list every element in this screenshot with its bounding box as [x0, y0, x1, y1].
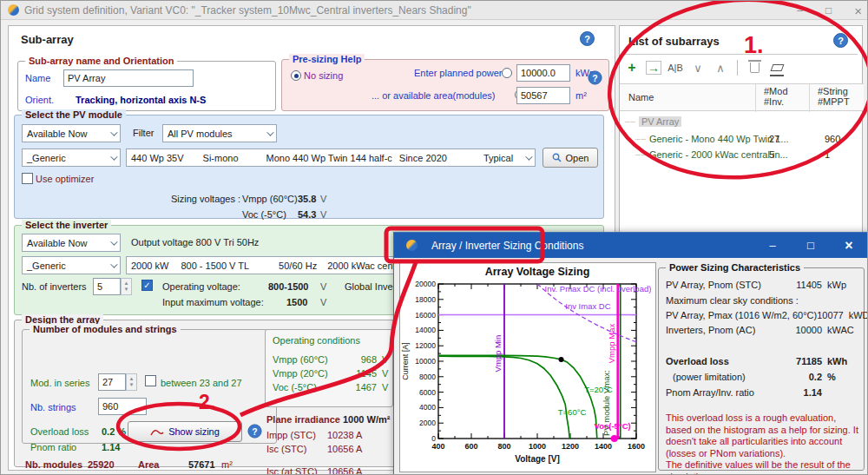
list-heading: List of subarrays [628, 35, 720, 48]
overload-loss-label: Overload loss [30, 426, 89, 437]
nb-strings-label: Nb. strings [30, 402, 76, 412]
table-row[interactable]: ┄┄ PV Array [625, 116, 681, 127]
clear-icon[interactable] [768, 59, 786, 76]
svg-text:Inv Imax DC: Inv Imax DC [565, 301, 610, 311]
output-voltage-label: Output voltage 800 V Tri 50Hz [131, 237, 259, 247]
planned-power-radio[interactable] [502, 68, 512, 78]
subarray-name-input[interactable]: PV Array [63, 69, 194, 87]
inverter-availability-select[interactable]: Available Now [22, 234, 121, 252]
operating-voltage-label: Operating voltage: [162, 281, 240, 292]
open-button[interactable]: Open [542, 148, 598, 168]
planned-power-input[interactable]: 10000.0 [516, 64, 570, 82]
impp-value: 10238 A [327, 430, 362, 440]
add-subarray-icon[interactable]: + [623, 59, 641, 76]
no-sizing-radio[interactable] [291, 70, 301, 81]
rename-icon[interactable]: A|B [667, 59, 684, 76]
inv-pnom-label: Inverters, Pnom (AC) [666, 322, 780, 338]
module-availability-select[interactable]: Available Now [22, 124, 121, 142]
isc-at-value: 10656 A [327, 466, 362, 475]
svg-text:4000: 4000 [419, 403, 436, 412]
orient-label: Orient. [25, 95, 54, 105]
filter-label: Filter [133, 128, 154, 138]
no-sizing-label: No sizing [304, 70, 343, 81]
svg-text:600: 600 [464, 442, 477, 451]
overload-note: This overload loss is a rough evaluation… [666, 412, 858, 459]
svg-text:T=60°C: T=60°C [558, 407, 587, 417]
close-icon[interactable]: × [830, 233, 868, 258]
svg-text:1400: 1400 [595, 442, 612, 451]
vmpp-value: 35.8 [298, 194, 316, 204]
input-max-value: 1500 [286, 297, 307, 307]
inv-pnom-unit: kWAC [822, 322, 858, 338]
close-icon[interactable]: × [854, 3, 862, 18]
minimize-icon[interactable]: – [753, 233, 792, 258]
operating-voltage-unit: V [320, 281, 326, 292]
duplicate-subarray-icon[interactable]: → [646, 61, 661, 75]
area-value: 57671 [188, 459, 215, 470]
auto-checkbox[interactable]: ✓ [141, 280, 153, 291]
orient-value: Tracking, horizontal axis N-S [76, 95, 206, 105]
group-legend: Power Sizing Characteristics [666, 262, 804, 273]
svg-text:400: 400 [431, 442, 444, 451]
help-icon[interactable]: ? [833, 33, 848, 48]
array-voltage-chart: Array Voltage Sizing40060080010001200140… [399, 262, 656, 472]
minimize-icon[interactable]: – [797, 4, 803, 16]
nb-modules-value: 25920 [88, 459, 115, 470]
pnom-stc-unit: kWp [822, 277, 858, 293]
mod-series-input[interactable]: 27 [98, 373, 126, 391]
svg-text:Current [A]: Current [A] [401, 342, 410, 380]
group-legend: Select the PV module [22, 109, 126, 120]
show-sizing-button[interactable]: Show sizing [128, 421, 242, 442]
inverter-manufacturer-select[interactable]: _Generic [22, 256, 121, 274]
planned-power-label: Enter planned power [414, 68, 503, 78]
area-input[interactable]: 50567 [516, 87, 570, 104]
area-unit: m² [221, 459, 233, 470]
popup-titlebar[interactable]: Array / Inverter Sizing Conditions – □ × [394, 233, 868, 258]
svg-text:PV module Vmax:: PV module Vmax: [602, 370, 611, 436]
area-label: Area [138, 459, 159, 470]
move-down-icon[interactable]: ∨ [689, 59, 707, 76]
chevron-down-icon [266, 129, 273, 135]
irradiance-label: Plane irradiance [266, 414, 340, 425]
nb-strings-input[interactable]: 960 [98, 398, 147, 415]
module-model-select[interactable]: 440 Wp 35V Si-mono Mono 440 Wp Twin 144 … [126, 148, 536, 167]
pmax-label: PV Array, Pmax (1016 W/m2, 60°C) [666, 308, 817, 322]
help-icon[interactable]: ? [580, 31, 595, 46]
svg-text:2000: 2000 [419, 419, 436, 427]
between-checkbox[interactable] [145, 375, 156, 386]
use-optimizer-label: Use optimizer [36, 174, 94, 184]
window-title: Grid system definition, Variant VC0: "_T… [24, 4, 471, 16]
use-optimizer-checkbox[interactable] [22, 173, 33, 184]
voc-value: 54.3 [298, 209, 316, 220]
move-up-icon[interactable]: ∧ [712, 59, 729, 76]
row-name: Generic - 2000 kWac central in... [649, 149, 788, 160]
chevron-down-icon [525, 153, 532, 160]
input-max-unit: V [320, 297, 326, 307]
spinner-arrows[interactable]: ▲▼ [121, 278, 132, 295]
vmpp-unit: V [320, 194, 326, 204]
delete-icon[interactable] [746, 59, 763, 76]
isc-label: Isc (STC) [266, 444, 306, 454]
table-row[interactable]: ┄┄ Generic - 2000 kWac central in... 5 1 [635, 149, 788, 160]
svg-text:6000: 6000 [419, 388, 436, 397]
help-icon[interactable]: ? [247, 424, 261, 438]
maximize-icon[interactable]: □ [825, 4, 832, 16]
maximize-icon[interactable]: □ [792, 233, 830, 258]
module-manufacturer-select[interactable]: _Generic [22, 148, 121, 167]
svg-text:1200: 1200 [562, 442, 579, 451]
chevron-down-icon [110, 129, 117, 135]
app-icon [8, 4, 19, 16]
sizing-voltages-label: Sizing voltages : [171, 194, 240, 204]
svg-text:18000: 18000 [415, 295, 436, 304]
design-array-group: Design the array Number of modules and s… [14, 320, 398, 467]
nb-inverters-input[interactable]: 5 [93, 278, 121, 295]
table-row[interactable]: ┄┄ Generic - Mono 440 Wp Twin 1... 27 96… [635, 134, 789, 144]
spinner-arrows[interactable]: ▲▼ [126, 373, 137, 391]
help-icon[interactable]: ? [588, 70, 602, 84]
chevron-down-icon [110, 238, 117, 245]
limitation-value: 0.2 [780, 369, 822, 385]
module-filter-select[interactable]: All PV modules [162, 124, 277, 142]
area-label: ... or available area(modules) [372, 90, 495, 101]
search-icon [552, 153, 562, 162]
simulation-note: The definitive values will be the result… [666, 459, 858, 475]
